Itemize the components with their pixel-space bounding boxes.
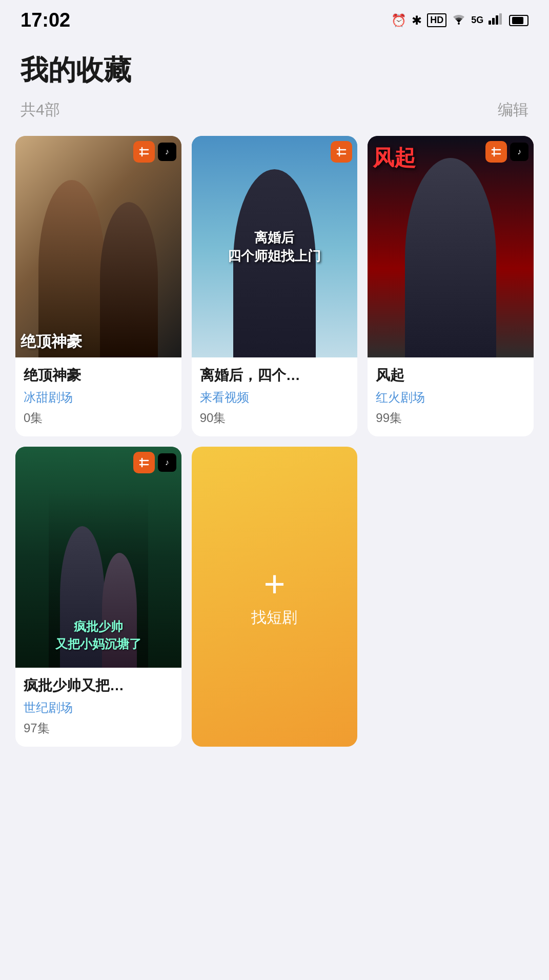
battery-level: 97 bbox=[512, 17, 523, 26]
thumb-icons-4: ♪ bbox=[133, 452, 176, 473]
signal-bars-icon bbox=[489, 13, 504, 28]
thumb-icons-2 bbox=[331, 141, 352, 163]
empty-slot bbox=[368, 447, 534, 747]
show-thumb-1: 绝顶神豪 ♪ bbox=[15, 136, 181, 357]
card-info-2: 离婚后，四个… 来看视频 90集 bbox=[192, 357, 358, 436]
card-episodes-4: 97集 bbox=[24, 720, 173, 736]
app-badge-3 bbox=[485, 141, 507, 163]
svg-rect-5 bbox=[137, 145, 151, 159]
show-thumb-3: 风起 ♪ bbox=[368, 136, 534, 357]
show-card-4[interactable]: 疯批少帅又把小妈沉塘了 ♪ 疯批少帅又把… 世纪剧场 97集 bbox=[15, 447, 181, 747]
tiktok-badge-3: ♪ bbox=[510, 143, 528, 161]
svg-rect-8 bbox=[137, 455, 151, 470]
svg-rect-6 bbox=[334, 145, 349, 159]
card-info-4: 疯批少帅又把… 世纪剧场 97集 bbox=[15, 668, 181, 747]
alarm-icon: ⏰ bbox=[391, 13, 406, 28]
thumb-text-3: 风起 bbox=[373, 144, 416, 172]
show-thumb-2: 离婚后四个师姐找上门 bbox=[192, 136, 358, 357]
show-card-2[interactable]: 离婚后四个师姐找上门 离婚后，四个… 来看视频 90集 bbox=[192, 136, 358, 436]
subtitle-row: 共4部 编辑 bbox=[0, 94, 549, 136]
card-episodes-3: 99集 bbox=[376, 410, 525, 426]
svg-point-0 bbox=[458, 23, 460, 25]
show-thumb-4: 疯批少帅又把小妈沉塘了 ♪ bbox=[15, 447, 181, 668]
card-info-3: 风起 红火剧场 99集 bbox=[368, 357, 534, 436]
svg-rect-1 bbox=[489, 21, 491, 25]
bluetooth-icon: ✱ bbox=[412, 13, 422, 28]
card-channel-4: 世纪剧场 bbox=[24, 699, 173, 716]
app-badge-4 bbox=[133, 452, 155, 473]
card-episodes-2: 90集 bbox=[200, 410, 350, 426]
hd-icon: HD bbox=[427, 13, 446, 27]
svg-rect-4 bbox=[499, 13, 502, 25]
card-channel-1: 冰甜剧场 bbox=[24, 389, 173, 406]
status-time: 17:02 bbox=[21, 9, 70, 31]
app-badge-1 bbox=[133, 141, 155, 163]
thumb-icons-1: ♪ bbox=[133, 141, 176, 163]
svg-rect-2 bbox=[492, 18, 495, 25]
shows-grid-row2: 疯批少帅又把小妈沉塘了 ♪ 疯批少帅又把… 世纪剧场 97集 + 找短剧 bbox=[0, 447, 549, 747]
edit-button[interactable]: 编辑 bbox=[498, 99, 528, 121]
card-channel-3: 红火剧场 bbox=[376, 389, 525, 406]
signal-5g-icon: 5G bbox=[471, 15, 483, 26]
thumb-icons-3: ♪ bbox=[485, 141, 528, 163]
battery-icon: 97 bbox=[509, 15, 528, 26]
wifi-icon bbox=[452, 13, 466, 28]
tiktok-badge-1: ♪ bbox=[158, 143, 176, 161]
count-text: 共4部 bbox=[21, 99, 60, 121]
show-card-1[interactable]: 绝顶神豪 ♪ 绝顶神豪 冰甜剧场 0集 bbox=[15, 136, 181, 436]
shows-grid-row1: 绝顶神豪 ♪ 绝顶神豪 冰甜剧场 0集 bbox=[0, 136, 549, 436]
card-title-1: 绝顶神豪 bbox=[24, 366, 173, 385]
thumb-text-2: 离婚后四个师姐找上门 bbox=[200, 228, 349, 265]
card-info-1: 绝顶神豪 冰甜剧场 0集 bbox=[15, 357, 181, 436]
card-title-2: 离婚后，四个… bbox=[200, 366, 350, 385]
add-label: 找短剧 bbox=[251, 607, 297, 628]
svg-rect-3 bbox=[496, 15, 498, 25]
thumb-text-4: 疯批少帅又把小妈沉塘了 bbox=[21, 618, 176, 652]
show-card-3[interactable]: 风起 ♪ 风起 红火剧场 99集 bbox=[368, 136, 534, 436]
card-channel-2: 来看视频 bbox=[200, 389, 350, 406]
status-icons: ⏰ ✱ HD 5G 97 bbox=[391, 13, 528, 28]
thumb-text-1: 绝顶神豪 bbox=[21, 331, 82, 352]
card-title-4: 疯批少帅又把… bbox=[24, 676, 173, 695]
plus-icon: + bbox=[263, 565, 285, 602]
page-header: 我的收藏 bbox=[0, 36, 549, 94]
battery-fill: 97 bbox=[512, 17, 523, 24]
card-title-3: 风起 bbox=[376, 366, 525, 385]
card-episodes-1: 0集 bbox=[24, 410, 173, 426]
app-badge-2 bbox=[331, 141, 352, 163]
page-title: 我的收藏 bbox=[21, 52, 131, 89]
add-show-button[interactable]: + 找短剧 bbox=[192, 447, 358, 747]
tiktok-badge-4: ♪ bbox=[158, 453, 176, 472]
status-bar: 17:02 ⏰ ✱ HD 5G 97 bbox=[0, 0, 549, 36]
svg-rect-7 bbox=[489, 145, 503, 159]
